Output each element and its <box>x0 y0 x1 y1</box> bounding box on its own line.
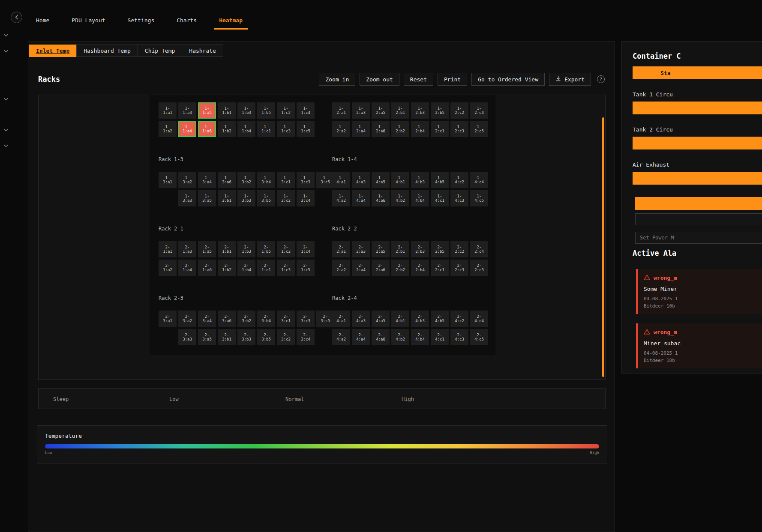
rack-cell[interactable]: 1-2:b5 <box>431 102 449 119</box>
rack-cell[interactable]: 1-4:c3 <box>450 190 468 206</box>
rack-cell[interactable]: 2-2:c5 <box>470 260 488 276</box>
chevron-down-icon[interactable] <box>3 94 9 99</box>
rack-cell[interactable]: 2-4:a3 <box>352 311 370 327</box>
rack-cell[interactable]: 1-3:c1 <box>277 172 295 188</box>
rack-cell[interactable]: 1-3:a5 <box>198 190 216 206</box>
rack-cell[interactable]: 2-2:c2 <box>450 241 468 257</box>
rack-cell[interactable]: 1-1:c3 <box>277 121 295 137</box>
rack-cell[interactable]: 2-2:a3 <box>352 241 370 257</box>
rack-cell[interactable]: 2-2:a5 <box>372 241 390 257</box>
rack-cell[interactable]: 2-3:c1 <box>277 311 295 327</box>
rack-cell[interactable]: 2-1:c1 <box>257 260 275 276</box>
rack-cell[interactable]: 1-2:a1 <box>332 102 350 119</box>
rack-cell[interactable]: 1-1:b2 <box>218 121 236 137</box>
rack-cell[interactable]: 2-2:c1 <box>431 260 449 276</box>
nav-item-home[interactable]: Home <box>33 15 52 30</box>
rack-cell[interactable]: 2-4:a5 <box>372 311 390 327</box>
rack-cell[interactable]: 1-1:a1 <box>159 102 177 119</box>
nav-item-heatmap[interactable]: Heatmap <box>216 15 245 30</box>
rack-cell[interactable]: 1-1:a4 <box>178 121 196 137</box>
go-to-ordered-view-button[interactable]: Go to Ordered View <box>471 73 545 86</box>
rack-cell[interactable]: 2-1:a1 <box>159 241 177 257</box>
tab-hashboard-temp[interactable]: Hashboard Temp <box>76 45 138 57</box>
rack-cell[interactable]: 2-1:a4 <box>178 260 196 276</box>
rack-cell[interactable]: 2-1:b4 <box>237 260 255 276</box>
rack-cell[interactable]: 2-1:c4 <box>297 241 315 257</box>
rack-cell[interactable]: 1-1:b3 <box>237 102 255 119</box>
legend-item-low[interactable]: Low <box>169 389 285 409</box>
rack-cell[interactable]: 1-1:c1 <box>257 121 275 137</box>
rack-cell[interactable]: 2-3:b3 <box>237 329 255 345</box>
reset-button[interactable]: Reset <box>404 73 433 86</box>
rack-cell[interactable]: 2-2:b5 <box>431 241 449 257</box>
print-button[interactable]: Print <box>438 73 467 86</box>
legend-item-high[interactable]: High <box>402 389 518 409</box>
collapse-sidebar-button[interactable] <box>11 12 22 23</box>
tab-inlet-temp[interactable]: Inlet Temp <box>29 45 77 57</box>
rack-cell[interactable]: 1-1:a5 <box>198 102 216 119</box>
rack-cell[interactable]: 1-2:b4 <box>411 121 429 137</box>
rack-cell[interactable]: 2-1:a5 <box>198 241 216 257</box>
rack-cell[interactable]: 2-3:c2 <box>277 329 295 345</box>
rack-cell[interactable]: 1-4:b2 <box>391 190 409 206</box>
air-exhaust-button[interactable] <box>633 172 762 185</box>
rack-cell[interactable]: 2-4:a4 <box>352 329 370 345</box>
rack-cell[interactable]: 1-4:a5 <box>372 172 390 188</box>
rack-cell[interactable]: 1-3:c5 <box>316 172 334 188</box>
rack-cell[interactable]: 1-1:a2 <box>159 121 177 137</box>
rack-cell[interactable]: 1-4:a3 <box>352 172 370 188</box>
rack-cell[interactable]: 1-4:b5 <box>431 172 449 188</box>
value-input[interactable] <box>635 213 762 225</box>
legend-item-normal[interactable]: Normal <box>285 389 402 409</box>
rack-cell[interactable]: 1-2:c1 <box>431 121 449 137</box>
rack-cell[interactable]: 1-2:c5 <box>470 121 488 137</box>
legend-item-sleep[interactable]: Sleep <box>53 389 169 409</box>
rack-cell[interactable]: 1-3:b4 <box>257 172 275 188</box>
rack-cell[interactable]: 1-4:b1 <box>391 172 409 188</box>
rack-cell[interactable]: 2-4:a1 <box>332 311 350 327</box>
rack-cell[interactable]: 1-2:a3 <box>352 102 370 119</box>
rack-cell[interactable]: 1-1:b5 <box>257 102 275 119</box>
rack-cell[interactable]: 1-1:c5 <box>297 121 315 137</box>
nav-item-pdu-layout[interactable]: PDU Layout <box>69 15 108 30</box>
rack-cell[interactable]: 1-4:a2 <box>332 190 350 206</box>
rack-cell[interactable]: 2-4:b5 <box>431 311 449 327</box>
tank-2-circu-button[interactable] <box>633 137 762 149</box>
rack-cell[interactable]: 2-4:b1 <box>391 311 409 327</box>
rack-cell[interactable]: 2-3:c3 <box>297 311 315 327</box>
rack-cell[interactable]: 2-4:c3 <box>450 329 468 345</box>
rack-cell[interactable]: 1-2:c3 <box>450 121 468 137</box>
rack-cell[interactable]: 1-1:c4 <box>297 102 315 119</box>
rack-cell[interactable]: 2-1:a2 <box>159 260 177 276</box>
tank-1-circu-button[interactable] <box>633 102 762 114</box>
rack-cell[interactable]: 2-3:b1 <box>218 329 236 345</box>
tab-hashrate[interactable]: Hashrate <box>182 45 223 57</box>
rack-cell[interactable]: 2-2:b2 <box>391 260 409 276</box>
rack-cell[interactable]: 2-4:a6 <box>372 329 390 345</box>
rack-cell[interactable]: 1-2:c4 <box>470 102 488 119</box>
rack-cell[interactable]: 2-4:c1 <box>431 329 449 345</box>
rack-cell[interactable]: 2-3:c4 <box>297 329 315 345</box>
export-button[interactable]: Export <box>549 73 591 86</box>
rack-cell[interactable]: 1-4:c1 <box>431 190 449 206</box>
chevron-down-icon[interactable] <box>3 46 9 51</box>
rack-cell[interactable]: 1-3:a1 <box>159 172 177 188</box>
help-icon[interactable]: ? <box>597 75 605 83</box>
rack-cell[interactable]: 1-2:a4 <box>352 121 370 137</box>
tab-chip-temp[interactable]: Chip Temp <box>138 45 182 57</box>
set-power-input[interactable] <box>635 232 762 244</box>
nav-item-charts[interactable]: Charts <box>174 15 199 30</box>
rack-cell[interactable]: 2-1:b2 <box>218 260 236 276</box>
rack-cell[interactable]: 1-1:b1 <box>218 102 236 119</box>
rack-cell[interactable]: 2-2:a4 <box>352 260 370 276</box>
rack-cell[interactable]: 2-3:b2 <box>237 311 255 327</box>
rack-cell[interactable]: 1-4:c4 <box>470 172 488 188</box>
rack-cell[interactable]: 2-1:b1 <box>218 241 236 257</box>
rack-cell[interactable]: 2-2:b3 <box>411 241 429 257</box>
rack-cell[interactable]: 1-1:c2 <box>277 102 295 119</box>
rack-cell[interactable]: 2-2:a1 <box>332 241 350 257</box>
rack-cell[interactable]: 2-4:c5 <box>470 329 488 345</box>
rack-cell[interactable]: 1-4:c2 <box>450 172 468 188</box>
rack-cell[interactable]: 2-3:a2 <box>178 311 196 327</box>
rack-cell[interactable]: 2-1:c3 <box>277 260 295 276</box>
